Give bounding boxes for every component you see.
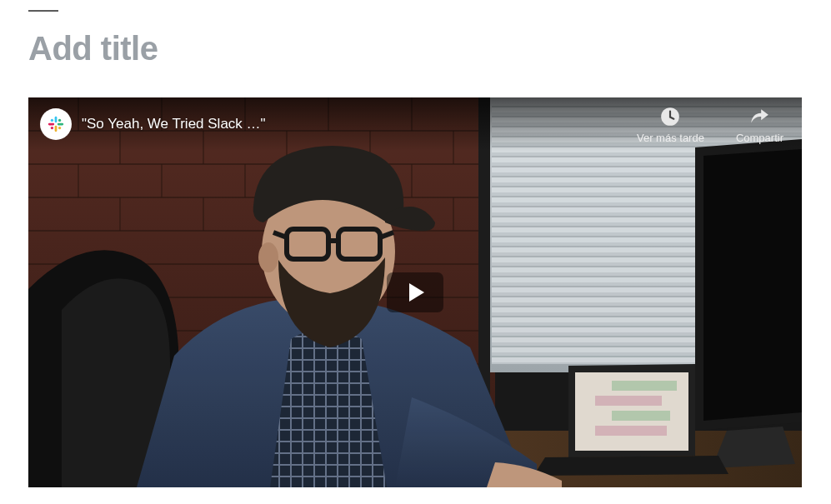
- watch-later-button[interactable]: Ver más tarde: [637, 105, 704, 144]
- play-button[interactable]: [387, 272, 443, 312]
- page-title-placeholder[interactable]: Add title: [28, 30, 831, 67]
- clock-icon: [658, 105, 682, 128]
- video-header-overlay: "So Yeah, We Tried Slack …" Ver más tard…: [28, 97, 802, 151]
- share-icon: [748, 105, 771, 128]
- share-label: Compartir: [736, 132, 783, 144]
- video-actions: Ver más tarde Compartir: [637, 105, 790, 144]
- svg-rect-54: [55, 117, 58, 122]
- play-icon: [409, 283, 424, 302]
- svg-point-61: [51, 127, 53, 129]
- slack-logo-icon: [47, 115, 65, 133]
- share-button[interactable]: Compartir: [736, 105, 783, 144]
- title-divider: [28, 10, 58, 12]
- svg-rect-55: [58, 123, 63, 126]
- video-embed[interactable]: "So Yeah, We Tried Slack …" Ver más tard…: [28, 97, 802, 487]
- watch-later-label: Ver más tarde: [637, 132, 704, 144]
- svg-point-58: [51, 119, 53, 122]
- video-title[interactable]: "So Yeah, We Tried Slack …": [82, 116, 266, 132]
- svg-rect-56: [55, 126, 58, 132]
- svg-rect-57: [48, 123, 54, 126]
- svg-point-59: [58, 119, 61, 122]
- channel-avatar[interactable]: [40, 108, 72, 140]
- svg-point-60: [58, 127, 61, 129]
